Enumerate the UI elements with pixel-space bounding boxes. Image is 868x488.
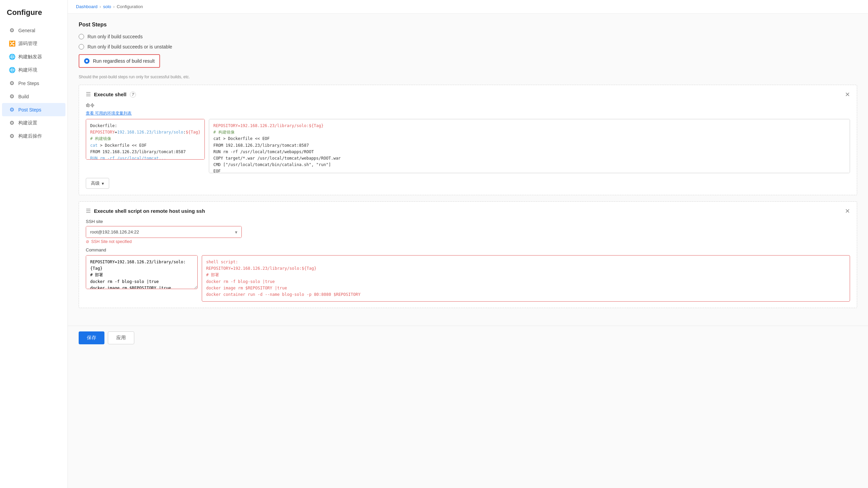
page-content: Post Steps Run only if build succeeds Ru…: [68, 14, 868, 322]
breadcrumb: Dashboard › solo › Configuration: [68, 0, 868, 14]
execute-ssh-header: ☰ Execute shell script on remote host us…: [86, 208, 850, 214]
breadcrumb-sep2: ›: [113, 4, 115, 9]
settings-icon: ⚙: [9, 120, 15, 126]
sidebar-item-settings[interactable]: ⚙ 构建设置: [2, 116, 65, 129]
code-text-right: REPOSITORY=192.168.126.23/library/solo:$…: [213, 123, 846, 173]
breadcrumb-sep1: ›: [100, 4, 101, 9]
ssh-site-section: SSH site root@192.168.126.24:22 ⊘ SSH Si…: [86, 219, 242, 244]
advanced-button[interactable]: 高级 ▾: [86, 178, 109, 189]
cmd-right-text: shell script: REPOSITORY=192.168.126.23/…: [206, 259, 846, 298]
ssh-select-wrapper[interactable]: root@192.168.126.24:22: [86, 226, 242, 238]
help-icon[interactable]: ?: [130, 92, 136, 98]
cmd-left-col: REPOSITORY=192.168.126.23/library/solo:{…: [86, 255, 198, 302]
radio-success-unstable[interactable]: Run only if build succeeds or is unstabl…: [79, 44, 857, 49]
cmd-right-box[interactable]: shell script: REPOSITORY=192.168.126.23/…: [202, 255, 850, 302]
execute-ssh-title: Execute shell script on remote host usin…: [94, 208, 205, 214]
execute-ssh-header-left: ☰ Execute shell script on remote host us…: [86, 208, 205, 214]
build-icon: ⚙: [9, 93, 15, 100]
main-content: Dashboard › solo › Configuration Post St…: [68, 0, 868, 488]
cmd-label: 命令: [86, 102, 850, 108]
sidebar: Configure ⚙ General 🔀 源码管理 🌐 构建触发器 🌐 构建环…: [0, 0, 68, 488]
radio-only-success-input[interactable]: [79, 34, 84, 39]
ssh-error-message: ⊘ SSH Site not specified: [86, 239, 242, 244]
radio-regardless-box[interactable]: Run regardless of build result: [79, 54, 160, 68]
code-right: REPOSITORY=192.168.126.23/library/solo:$…: [209, 119, 850, 173]
radio-group: Run only if build succeeds Run only if b…: [79, 34, 857, 68]
radio-success-unstable-label: Run only if build succeeds or is unstabl…: [87, 44, 172, 49]
execute-shell-header-left: ☰ Execute shell ?: [86, 91, 136, 98]
env-link[interactable]: 查看 可用的环境变量列表: [86, 110, 850, 116]
footer-bar: 保存 应用: [68, 326, 868, 350]
sidebar-item-build[interactable]: ⚙ Build: [2, 90, 65, 103]
pre-steps-icon: ⚙: [9, 80, 15, 86]
sidebar-item-post-steps[interactable]: ⚙ Post Steps: [2, 103, 65, 116]
ssh-drag-icon: ☰: [86, 208, 91, 214]
execute-shell-card: ☰ Execute shell ? ✕ 命令 查看 可用的环境变量列表 Dock…: [79, 85, 857, 195]
sidebar-item-source[interactable]: 🔀 源码管理: [2, 37, 65, 50]
execute-shell-header: ☰ Execute shell ? ✕: [86, 91, 850, 98]
code-box-right[interactable]: REPOSITORY=192.168.126.23/library/solo:$…: [209, 119, 850, 173]
ssh-site-label: SSH site: [86, 219, 242, 224]
cmd-right-col: shell script: REPOSITORY=192.168.126.23/…: [202, 255, 850, 302]
code-area: Dockerfile: REPOSITORY=192.168.126.23/li…: [86, 119, 850, 173]
trigger-icon: 🌐: [9, 54, 15, 60]
page-title: Post Steps: [79, 22, 857, 28]
execute-shell-close-button[interactable]: ✕: [845, 92, 850, 98]
ssh-site-select[interactable]: root@192.168.126.24:22: [86, 226, 241, 238]
execute-ssh-close-button[interactable]: ✕: [845, 208, 850, 214]
sidebar-item-triggers[interactable]: 🌐 构建触发器: [2, 50, 65, 63]
code-left: Dockerfile: REPOSITORY=192.168.126.23/li…: [86, 119, 205, 173]
drag-icon: ☰: [86, 91, 91, 98]
ssh-cmd-label: Command: [86, 247, 850, 252]
radio-regardless-label: Run regardless of build result: [93, 58, 155, 64]
advanced-label: 高级: [91, 180, 100, 186]
hint-text: Should the post-build steps run only for…: [79, 75, 857, 79]
save-button[interactable]: 保存: [79, 331, 104, 344]
breadcrumb-dashboard[interactable]: Dashboard: [76, 4, 98, 9]
code-box-left[interactable]: Dockerfile: REPOSITORY=192.168.126.23/li…: [86, 119, 205, 160]
apply-button[interactable]: 应用: [108, 331, 134, 344]
env-icon: 🌐: [9, 67, 15, 73]
radio-only-success[interactable]: Run only if build succeeds: [79, 34, 857, 39]
code-text-left: Dockerfile: REPOSITORY=192.168.126.23/li…: [90, 123, 200, 160]
error-icon: ⊘: [86, 239, 89, 244]
sidebar-item-pre-steps[interactable]: ⚙ Pre Steps: [2, 77, 65, 90]
radio-success-unstable-input[interactable]: [79, 44, 84, 49]
breadcrumb-current: Configuration: [117, 4, 143, 9]
ssh-error-text: SSH Site not specified: [91, 239, 132, 244]
post-steps-icon: ⚙: [9, 106, 15, 113]
env-link-text: 可用的环境变量列表: [95, 111, 132, 116]
source-icon: 🔀: [9, 40, 15, 47]
sidebar-item-environment[interactable]: 🌐 构建环境: [2, 63, 65, 77]
radio-only-success-label: Run only if build succeeds: [87, 34, 143, 39]
execute-shell-title: Execute shell: [94, 92, 126, 97]
execute-ssh-card: ☰ Execute shell script on remote host us…: [79, 201, 857, 308]
chevron-down-icon: ▾: [102, 181, 104, 186]
sidebar-item-general[interactable]: ⚙ General: [2, 24, 65, 37]
cmd-two-col: REPOSITORY=192.168.126.23/library/solo:{…: [86, 255, 850, 302]
sidebar-item-post-build[interactable]: ⚙ 构建后操作: [2, 129, 65, 143]
cmd-textarea[interactable]: REPOSITORY=192.168.126.23/library/solo:{…: [86, 255, 198, 289]
post-build-icon: ⚙: [9, 133, 15, 139]
breadcrumb-solo[interactable]: solo: [103, 4, 111, 9]
radio-regardless-dot: [84, 58, 90, 64]
sidebar-title: Configure: [0, 5, 67, 24]
gear-icon: ⚙: [9, 27, 15, 34]
